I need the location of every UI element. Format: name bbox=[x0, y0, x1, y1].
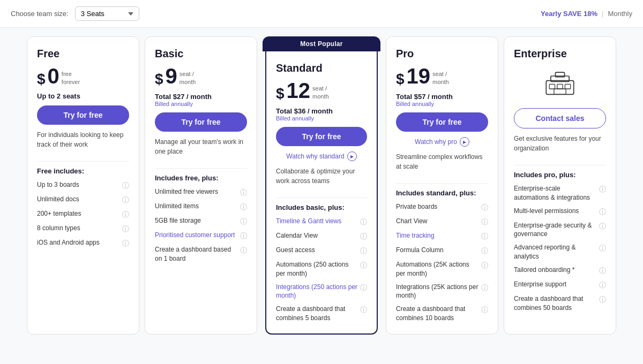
cta-button-basic[interactable]: Try for free bbox=[155, 112, 247, 132]
feature-text-free-0: Up to 3 boards bbox=[37, 180, 120, 189]
info-icon-pro-3[interactable]: ⓘ bbox=[481, 246, 488, 256]
watch-label-standard: Watch why standard bbox=[286, 153, 344, 160]
info-icon-free-4[interactable]: ⓘ bbox=[122, 239, 129, 248]
watch-link-standard[interactable]: Watch why standard ▶ bbox=[276, 151, 367, 161]
team-size-label: Choose team size: bbox=[11, 10, 69, 18]
price-dollar-sign: $ bbox=[37, 72, 46, 87]
list-item: Create a dashboard that combines 5 board… bbox=[276, 305, 367, 323]
info-icon-free-1[interactable]: ⓘ bbox=[122, 195, 129, 205]
price-sub-standard: seat /month bbox=[312, 85, 329, 100]
info-icon-standard-1[interactable]: ⓘ bbox=[360, 232, 367, 241]
cta-button-free[interactable]: Try for free bbox=[37, 105, 129, 125]
svg-rect-5 bbox=[565, 84, 570, 89]
feature-text-enterprise-1: Multi-level permissions bbox=[514, 207, 597, 216]
info-icon-basic-0[interactable]: ⓘ bbox=[240, 188, 247, 198]
info-icon-standard-3[interactable]: ⓘ bbox=[360, 261, 367, 270]
info-icon-basic-3[interactable]: ⓘ bbox=[240, 231, 247, 241]
feature-list-basic: Unlimited free viewersⓘUnlimited itemsⓘ5… bbox=[155, 187, 247, 263]
list-item: Timeline & Gantt viewsⓘ bbox=[276, 217, 367, 227]
info-icon-enterprise-1[interactable]: ⓘ bbox=[599, 207, 606, 217]
list-item: Multi-level permissionsⓘ bbox=[514, 207, 606, 217]
feature-list-free: Up to 3 boardsⓘUnlimited docsⓘ200+ templ… bbox=[37, 180, 129, 248]
list-item: Enterprise-grade security & governanceⓘ bbox=[514, 221, 606, 239]
plan-card-basic: Basic$9seat /monthTotal $27 / monthBille… bbox=[145, 36, 257, 335]
cta-button-pro[interactable]: Try for free bbox=[396, 112, 488, 132]
info-icon-free-2[interactable]: ⓘ bbox=[122, 210, 129, 219]
info-icon-enterprise-5[interactable]: ⓘ bbox=[599, 280, 606, 290]
info-icon-enterprise-4[interactable]: ⓘ bbox=[599, 266, 606, 276]
list-item: Chart Viewⓘ bbox=[396, 217, 488, 227]
description-free: For individuals looking to keep track of… bbox=[37, 130, 129, 156]
price-amount-standard: 12 bbox=[287, 80, 311, 101]
info-icon-standard-4[interactable]: ⓘ bbox=[360, 283, 367, 293]
info-icon-free-0[interactable]: ⓘ bbox=[122, 181, 129, 191]
feature-text-enterprise-0: Enterprise-scale automations & integrati… bbox=[514, 184, 597, 202]
list-item: 8 column typesⓘ bbox=[37, 224, 129, 234]
price-sub-basic: seat /month bbox=[180, 70, 196, 86]
list-item: Enterprise supportⓘ bbox=[514, 280, 606, 290]
team-size-select[interactable]: 1 Seat2 Seats3 Seats5 Seats10 Seats25 Se… bbox=[75, 6, 139, 21]
price-sub1-basic: seat / bbox=[180, 71, 194, 77]
price-sub2-standard: month bbox=[312, 93, 329, 100]
info-icon-standard-0[interactable]: ⓘ bbox=[360, 217, 367, 227]
info-icon-standard-5[interactable]: ⓘ bbox=[360, 305, 367, 315]
info-icon-pro-5[interactable]: ⓘ bbox=[481, 283, 488, 293]
divider bbox=[396, 183, 488, 184]
info-icon-pro-0[interactable]: ⓘ bbox=[481, 203, 488, 213]
info-icon-pro-6[interactable]: ⓘ bbox=[481, 305, 488, 315]
feature-text-enterprise-5: Enterprise support bbox=[514, 280, 597, 289]
feature-text-standard-2: Guest access bbox=[276, 246, 358, 255]
billing-monthly[interactable]: Monthly bbox=[608, 10, 632, 18]
cta-button-standard[interactable]: Try for free bbox=[276, 127, 367, 146]
list-item: Time trackingⓘ bbox=[396, 231, 488, 241]
total-price-basic: Total $27 / monthBilled annually bbox=[155, 92, 247, 107]
info-icon-enterprise-0[interactable]: ⓘ bbox=[599, 185, 606, 194]
plan-name-basic: Basic bbox=[155, 48, 247, 60]
feature-text-enterprise-2: Enterprise-grade security & governance bbox=[514, 221, 597, 239]
includes-title-pro: Includes standard, plus: bbox=[396, 189, 488, 197]
feature-text-pro-2: Time tracking bbox=[396, 231, 479, 240]
info-icon-basic-2[interactable]: ⓘ bbox=[240, 217, 247, 226]
svg-rect-6 bbox=[554, 89, 566, 94]
description-pro: Streamline complex workflows at scale bbox=[396, 152, 488, 178]
list-item: Tailored onboarding *ⓘ bbox=[514, 266, 606, 276]
feature-text-basic-3: Prioritised customer support bbox=[155, 231, 238, 240]
description-basic: Manage all your team's work in one place bbox=[155, 137, 247, 163]
price-dollar-sign: $ bbox=[396, 72, 405, 87]
info-icon-enterprise-3[interactable]: ⓘ bbox=[599, 244, 606, 253]
info-icon-pro-1[interactable]: ⓘ bbox=[481, 217, 488, 227]
svg-rect-4 bbox=[557, 84, 563, 89]
billing-yearly[interactable]: Yearly SAVE 18% bbox=[541, 10, 597, 18]
play-icon-standard: ▶ bbox=[347, 151, 357, 161]
watch-link-pro[interactable]: Watch why pro ▶ bbox=[396, 137, 488, 147]
feature-text-free-3: 8 column types bbox=[37, 224, 120, 233]
total-price-standard: Total $36 / monthBilled annually bbox=[276, 107, 367, 122]
info-icon-basic-4[interactable]: ⓘ bbox=[240, 246, 247, 255]
list-item: Create a dashboard based on 1 boardⓘ bbox=[155, 245, 247, 263]
svg-rect-0 bbox=[546, 81, 573, 95]
list-item: Integrations (25K actions per month)ⓘ bbox=[396, 283, 488, 301]
plan-card-pro: Pro$19seat /monthTotal $57 / monthBilled… bbox=[386, 36, 498, 335]
price-amount-pro: 19 bbox=[407, 65, 431, 87]
info-icon-enterprise-2[interactable]: ⓘ bbox=[599, 222, 606, 231]
plan-name-pro: Pro bbox=[396, 48, 488, 60]
plans-container: Free$0freeforeverUp to 2 seatsTry for fr… bbox=[0, 28, 643, 343]
info-icon-pro-2[interactable]: ⓘ bbox=[481, 232, 488, 241]
info-icon-standard-2[interactable]: ⓘ bbox=[360, 246, 367, 256]
info-icon-enterprise-6[interactable]: ⓘ bbox=[599, 295, 606, 305]
info-icon-pro-4[interactable]: ⓘ bbox=[481, 261, 488, 270]
price-sub1-pro: seat / bbox=[432, 71, 447, 77]
cta-button-enterprise[interactable]: Contact sales bbox=[514, 108, 606, 128]
list-item: 200+ templatesⓘ bbox=[37, 209, 129, 219]
team-size-row: Choose team size: 1 Seat2 Seats3 Seats5 … bbox=[11, 6, 139, 21]
list-item: Prioritised customer supportⓘ bbox=[155, 231, 247, 241]
divider bbox=[37, 161, 129, 162]
play-icon-pro: ▶ bbox=[460, 137, 469, 147]
list-item: Enterprise-scale automations & integrati… bbox=[514, 184, 606, 202]
plan-card-standard: Standard$12seat /monthTotal $36 / monthB… bbox=[265, 51, 378, 335]
info-icon-free-3[interactable]: ⓘ bbox=[122, 224, 129, 234]
price-free-sub1: free bbox=[62, 71, 72, 77]
feature-text-basic-0: Unlimited free viewers bbox=[155, 187, 238, 196]
info-icon-basic-1[interactable]: ⓘ bbox=[240, 202, 247, 212]
list-item: Unlimited docsⓘ bbox=[37, 195, 129, 205]
